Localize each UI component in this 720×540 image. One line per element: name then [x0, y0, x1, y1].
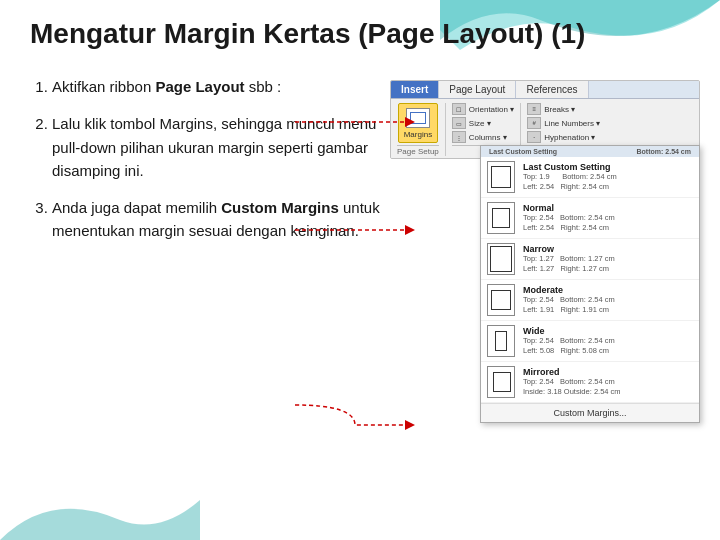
dropdown-header: Last Custom Setting Bottom: 2.54 cm: [481, 146, 699, 157]
margin-preview-inner-moderate: [491, 290, 511, 310]
margin-name-wide: Wide: [523, 326, 693, 336]
tab-insert-label: Insert: [401, 84, 428, 95]
ribbon-group-margins: Margins Page Setup: [397, 103, 446, 156]
tab-references[interactable]: References: [516, 81, 588, 98]
margin-info-narrow: Narrow Top: 1.27 Bottom: 1.27 cmLeft: 1.…: [523, 244, 693, 275]
orientation-btn[interactable]: ☐ Orientation ▾: [452, 103, 514, 115]
margin-preview-inner-wide: [495, 331, 507, 351]
margin-details-mirrored: Top: 2.54 Bottom: 2.54 cmInside: 3.18 Ou…: [523, 377, 693, 398]
breaks-btn[interactable]: ≡ Breaks ▾: [527, 103, 600, 115]
step-3-bold: Custom Margins: [221, 199, 339, 216]
margin-item-wide[interactable]: Wide Top: 2.54 Bottom: 2.54 cmLeft: 5.08…: [481, 321, 699, 362]
margin-preview-wide: [487, 325, 515, 357]
margins-label: Margins: [404, 130, 432, 139]
wave-bottom-decoration: [0, 480, 200, 540]
dropdown-header-sub: Bottom: 2.54 cm: [637, 148, 691, 155]
margin-name-moderate: Moderate: [523, 285, 693, 295]
page-setup-label: Page Setup: [397, 145, 439, 156]
tab-references-label: References: [526, 84, 577, 95]
step-1-text-before: Aktifkan ribbon: [52, 78, 155, 95]
margins-icon: [406, 108, 430, 128]
margin-preview-mirrored: [487, 366, 515, 398]
breaks-label: Breaks ▾: [544, 105, 575, 114]
svg-marker-3: [405, 225, 415, 235]
columns-btn[interactable]: ⋮ Columns ▾: [452, 131, 514, 143]
linenumbers-btn[interactable]: # Line Numbers ▾: [527, 117, 600, 129]
step-1-bold: Page Layout: [155, 78, 244, 95]
margin-preview-narrow: [487, 243, 515, 275]
custom-margins-label: Custom Margins...: [553, 408, 626, 418]
margins-dropdown: Last Custom Setting Bottom: 2.54 cm Last…: [480, 145, 700, 423]
linenumbers-label: Line Numbers ▾: [544, 119, 600, 128]
linenumbers-icon: #: [527, 117, 541, 129]
columns-icon: ⋮: [452, 131, 466, 143]
margin-preview-inner-narrow: [490, 246, 512, 272]
step-3: Anda juga dapat memilih Custom Margins u…: [52, 196, 390, 243]
margin-info-normal: Normal Top: 2.54 Bottom: 2.54 cmLeft: 2.…: [523, 203, 693, 234]
margin-info-moderate: Moderate Top: 2.54 Bottom: 2.54 cmLeft: …: [523, 285, 693, 316]
step-1-text-after: sbb :: [245, 78, 282, 95]
steps-list: Aktifkan ribbon Page Layout sbb : Lalu k…: [30, 75, 390, 243]
content-area: Aktifkan ribbon Page Layout sbb : Lalu k…: [30, 75, 390, 257]
ribbon-buttons-col-1: ☐ Orientation ▾ ▭ Size ▾ ⋮ Columns ▾: [452, 103, 514, 143]
ribbon-tabs: Insert Page Layout References: [391, 81, 699, 99]
ribbon-buttons-col-2: ≡ Breaks ▾ # Line Numbers ▾ - Hyphenatio…: [527, 103, 600, 143]
margin-preview-moderate: [487, 284, 515, 316]
orientation-label: Orientation ▾: [469, 105, 514, 114]
margin-details-narrow: Top: 1.27 Bottom: 1.27 cmLeft: 1.27 Righ…: [523, 254, 693, 275]
hyphenation-icon: -: [527, 131, 541, 143]
margin-item-normal[interactable]: Normal Top: 2.54 Bottom: 2.54 cmLeft: 2.…: [481, 198, 699, 239]
margin-item-last[interactable]: Last Custom Setting Top: 1.9 Bottom: 2.5…: [481, 157, 699, 198]
dropdown-header-label: Last Custom Setting: [489, 148, 557, 155]
columns-label: Columns ▾: [469, 133, 507, 142]
tab-insert[interactable]: Insert: [391, 81, 439, 98]
tab-page-layout-label: Page Layout: [449, 84, 505, 95]
breaks-icon: ≡: [527, 103, 541, 115]
margin-item-narrow[interactable]: Narrow Top: 1.27 Bottom: 1.27 cmLeft: 1.…: [481, 239, 699, 280]
margin-name-normal: Normal: [523, 203, 693, 213]
margin-item-moderate[interactable]: Moderate Top: 2.54 Bottom: 2.54 cmLeft: …: [481, 280, 699, 321]
margin-details-normal: Top: 2.54 Bottom: 2.54 cmLeft: 2.54 Righ…: [523, 213, 693, 234]
margin-preview-normal: [487, 202, 515, 234]
tab-page-layout[interactable]: Page Layout: [439, 81, 516, 98]
hyphenation-label: Hyphenation ▾: [544, 133, 595, 142]
size-btn[interactable]: ▭ Size ▾: [452, 117, 514, 129]
margin-info-mirrored: Mirrored Top: 2.54 Bottom: 2.54 cmInside…: [523, 367, 693, 398]
margin-preview-inner-normal: [492, 208, 510, 228]
margin-details-last: Top: 1.9 Bottom: 2.54 cmLeft: 2.54 Right…: [523, 172, 693, 193]
size-label: Size ▾: [469, 119, 491, 128]
margin-name-narrow: Narrow: [523, 244, 693, 254]
page-title: Mengatur Margin Kertas (Page Layout) (1): [30, 18, 585, 50]
orientation-icon: ☐: [452, 103, 466, 115]
margin-details-wide: Top: 2.54 Bottom: 2.54 cmLeft: 5.08 Righ…: [523, 336, 693, 357]
margin-preview-inner-last: [491, 166, 511, 188]
svg-marker-4: [405, 420, 415, 430]
step-3-text-before: Anda juga dapat memilih: [52, 199, 221, 216]
arrow-custom: [295, 400, 415, 430]
hyphenation-btn[interactable]: - Hyphenation ▾: [527, 131, 600, 143]
margin-preview-inner-mirrored: [493, 372, 511, 392]
margin-preview-last: [487, 161, 515, 193]
margin-name-last: Last Custom Setting: [523, 162, 693, 172]
margin-name-mirrored: Mirrored: [523, 367, 693, 377]
step-1: Aktifkan ribbon Page Layout sbb :: [52, 75, 390, 98]
margin-info-last: Last Custom Setting Top: 1.9 Bottom: 2.5…: [523, 162, 693, 193]
margin-details-moderate: Top: 2.54 Bottom: 2.54 cmLeft: 1.91 Righ…: [523, 295, 693, 316]
custom-margins-item[interactable]: Custom Margins...: [481, 403, 699, 422]
margins-button[interactable]: Margins: [398, 103, 438, 143]
step-2-text: Lalu klik tombol Margins, sehingga muncu…: [52, 115, 376, 179]
size-icon: ▭: [452, 117, 466, 129]
margin-info-wide: Wide Top: 2.54 Bottom: 2.54 cmLeft: 5.08…: [523, 326, 693, 357]
step-2: Lalu klik tombol Margins, sehingga muncu…: [52, 112, 390, 182]
margin-item-mirrored[interactable]: Mirrored Top: 2.54 Bottom: 2.54 cmInside…: [481, 362, 699, 403]
